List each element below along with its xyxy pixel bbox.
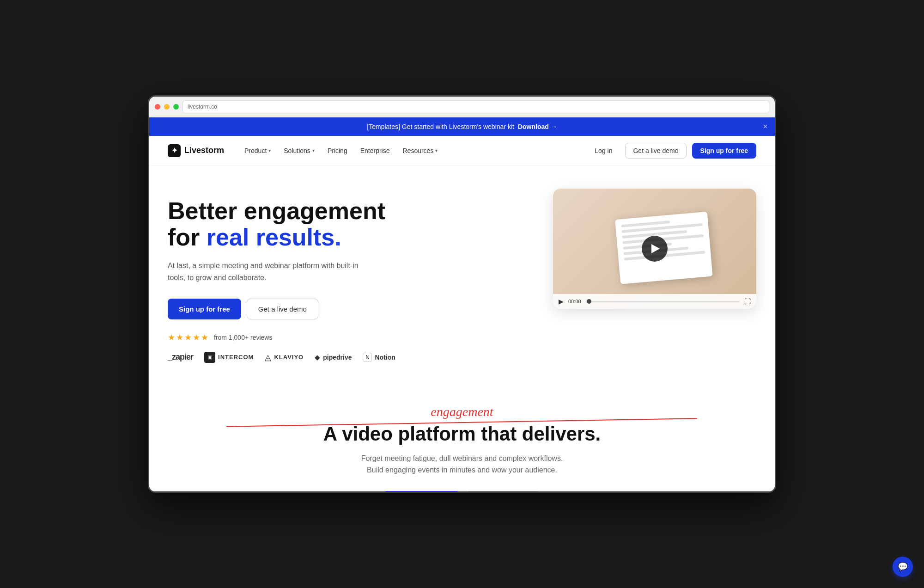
signup-button-section[interactable]: Sign up for free <box>383 491 460 491</box>
logo[interactable]: ✦ Livestorm <box>168 144 224 157</box>
logo-icon: ✦ <box>168 144 181 157</box>
video-fullscreen-icon[interactable]: ⛶ <box>744 298 751 305</box>
section-subtitle: Forget meeting fatigue, dull webinars an… <box>346 453 578 476</box>
hero-title: Better engagement for real results. <box>168 198 535 251</box>
nav-actions: Log in Get a live demo Sign up for free <box>587 143 756 159</box>
intercom-logo: ▣ INTERCOM <box>204 352 254 363</box>
star-rating: ★★★★★ <box>168 332 209 343</box>
banner-close-button[interactable]: × <box>763 122 767 131</box>
chat-icon: 💬 <box>898 562 908 572</box>
window-maximize-dot[interactable] <box>173 104 179 110</box>
video-progress-dot <box>587 299 591 304</box>
reviews-row: ★★★★★ from 1,000+ reviews <box>168 332 535 343</box>
hero-video[interactable]: ▶ 00:00 ⛶ <box>553 189 756 309</box>
video-play-icon[interactable]: ▶ <box>559 298 564 305</box>
section-tag: engagement <box>431 404 493 419</box>
url-bar[interactable]: livestorm.co <box>182 100 769 113</box>
get-demo-button-nav[interactable]: Get a live demo <box>625 143 686 159</box>
nav-items: Product ▾ Solutions ▾ Pricing Enterprise… <box>239 143 587 158</box>
signup-button-nav[interactable]: Sign up for free <box>692 143 756 159</box>
hero-section: Better engagement for real results. At l… <box>149 165 775 381</box>
main-nav: ✦ Livestorm Product ▾ Solutions ▾ Pricin… <box>149 136 775 165</box>
window-minimize-dot[interactable] <box>164 104 170 110</box>
promo-banner: [Templates] Get started with Livestorm's… <box>149 117 775 136</box>
play-icon <box>651 244 660 253</box>
demo-button-hero[interactable]: Get a live demo <box>247 299 318 319</box>
banner-download-link[interactable]: Download → <box>518 123 557 130</box>
chat-widget[interactable]: 💬 <box>893 557 913 577</box>
klaviyo-logo: ◬ KLAVIYO <box>265 352 304 362</box>
notion-logo: N Notion <box>363 353 395 362</box>
banner-text: [Templates] Get started with Livestorm's… <box>367 123 514 130</box>
hero-subtitle: At last, a simple meeting and webinar pl… <box>168 260 362 283</box>
hero-buttons: Sign up for free Get a live demo <box>168 299 535 319</box>
login-button[interactable]: Log in <box>587 143 620 158</box>
nav-solutions[interactable]: Solutions ▾ <box>278 143 320 158</box>
reviews-count: from 1,000+ reviews <box>214 334 272 341</box>
solutions-chevron-icon: ▾ <box>312 148 315 153</box>
video-controls: ▶ 00:00 ⛶ <box>553 294 756 309</box>
zapier-logo: _zapier <box>168 352 193 362</box>
video-progress-bar[interactable] <box>586 301 740 302</box>
video-timestamp: 00:00 <box>568 299 581 304</box>
signup-button-hero[interactable]: Sign up for free <box>168 299 241 319</box>
section-tag-container: engagement <box>168 404 756 423</box>
nav-pricing[interactable]: Pricing <box>322 143 353 158</box>
section-buttons: Sign up for free Get a live demo <box>168 491 756 491</box>
nav-enterprise[interactable]: Enterprise <box>355 143 395 158</box>
engagement-section: engagement A video platform that deliver… <box>149 381 775 491</box>
video-play-button[interactable] <box>642 236 668 262</box>
partner-logos: _zapier ▣ INTERCOM ◬ KLAVIYO ◆ pipedrive <box>168 352 535 363</box>
resources-chevron-icon: ▾ <box>435 148 438 153</box>
window-close-dot[interactable] <box>155 104 160 110</box>
pipedrive-logo: ◆ pipedrive <box>315 353 352 361</box>
demo-button-section[interactable]: Get a live demo <box>466 491 541 491</box>
product-chevron-icon: ▾ <box>268 148 271 153</box>
nav-resources[interactable]: Resources ▾ <box>397 143 443 158</box>
nav-product[interactable]: Product ▾ <box>239 143 276 158</box>
hero-content: Better engagement for real results. At l… <box>168 189 535 363</box>
